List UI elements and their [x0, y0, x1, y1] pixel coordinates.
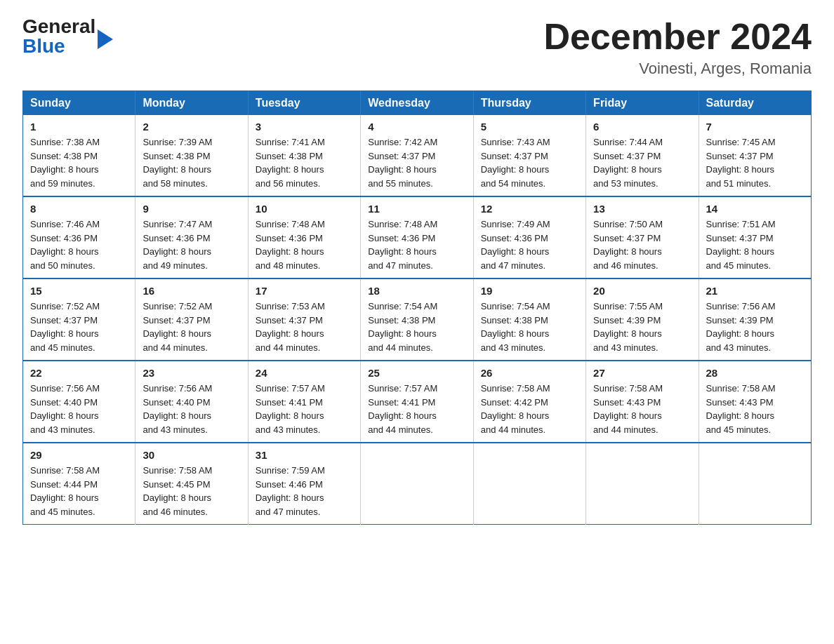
column-header-wednesday: Wednesday [361, 91, 473, 116]
day-number: 19 [481, 285, 578, 297]
calendar-cell: 31 Sunrise: 7:59 AM Sunset: 4:46 PM Dayl… [248, 443, 360, 525]
sunrise-label: Sunrise: 7:48 AM [368, 219, 437, 229]
sunrise-label: Sunrise: 7:38 AM [30, 137, 100, 147]
calendar-cell [586, 443, 699, 525]
calendar-cell: 13 Sunrise: 7:50 AM Sunset: 4:37 PM Dayl… [586, 196, 699, 279]
sunrise-label: Sunrise: 7:54 AM [481, 301, 550, 311]
sunset-label: Sunset: 4:42 PM [481, 397, 548, 408]
day-info: Sunrise: 7:41 AM Sunset: 4:38 PM Dayligh… [256, 135, 353, 190]
calendar-cell: 25 Sunrise: 7:57 AM Sunset: 4:41 PM Dayl… [361, 361, 473, 443]
day-info: Sunrise: 7:48 AM Sunset: 4:36 PM Dayligh… [256, 217, 353, 272]
day-number: 31 [256, 449, 353, 461]
sunrise-label: Sunrise: 7:47 AM [143, 219, 212, 229]
title-block: December 2024 Voinesti, Arges, Romania [543, 17, 812, 78]
day-number: 1 [30, 121, 128, 133]
day-number: 21 [706, 285, 804, 297]
calendar-cell: 19 Sunrise: 7:54 AM Sunset: 4:38 PM Dayl… [473, 279, 585, 361]
day-info: Sunrise: 7:39 AM Sunset: 4:38 PM Dayligh… [143, 135, 240, 190]
day-info: Sunrise: 7:59 AM Sunset: 4:46 PM Dayligh… [256, 464, 353, 518]
calendar-cell: 2 Sunrise: 7:39 AM Sunset: 4:38 PM Dayli… [135, 115, 248, 196]
daylight-label: Daylight: 8 hours [706, 410, 775, 421]
sunset-label: Sunset: 4:37 PM [593, 233, 661, 243]
day-number: 25 [368, 367, 465, 379]
sunrise-label: Sunrise: 7:56 AM [143, 383, 212, 394]
calendar-cell: 4 Sunrise: 7:42 AM Sunset: 4:37 PM Dayli… [361, 115, 473, 196]
sunset-label: Sunset: 4:40 PM [143, 397, 210, 408]
sunset-label: Sunset: 4:44 PM [30, 479, 98, 490]
sunset-label: Sunset: 4:38 PM [368, 315, 435, 326]
sunrise-label: Sunrise: 7:42 AM [368, 137, 437, 147]
calendar-cell: 24 Sunrise: 7:57 AM Sunset: 4:41 PM Dayl… [248, 361, 360, 443]
calendar-week-1: 1 Sunrise: 7:38 AM Sunset: 4:38 PM Dayli… [23, 115, 812, 196]
sunrise-label: Sunrise: 7:53 AM [256, 301, 325, 311]
calendar-cell: 9 Sunrise: 7:47 AM Sunset: 4:36 PM Dayli… [135, 196, 248, 279]
calendar-cell [699, 443, 811, 525]
day-number: 18 [368, 285, 465, 297]
daylight-label: Daylight: 8 hours [481, 164, 550, 175]
day-number: 17 [256, 285, 353, 297]
day-number: 9 [143, 203, 240, 215]
calendar-title: December 2024 [543, 17, 812, 57]
sunset-label: Sunset: 4:43 PM [593, 397, 661, 408]
logo: General Blue [22, 17, 113, 56]
logo-general: General [22, 17, 95, 36]
column-header-saturday: Saturday [699, 91, 811, 116]
day-info: Sunrise: 7:51 AM Sunset: 4:37 PM Dayligh… [706, 217, 804, 272]
sunset-label: Sunset: 4:43 PM [706, 397, 774, 408]
day-number: 11 [368, 203, 465, 215]
daylight-minutes: and 43 minutes. [481, 342, 546, 353]
calendar-cell: 16 Sunrise: 7:52 AM Sunset: 4:37 PM Dayl… [135, 279, 248, 361]
calendar-cell: 23 Sunrise: 7:56 AM Sunset: 4:40 PM Dayl… [135, 361, 248, 443]
calendar-week-5: 29 Sunrise: 7:58 AM Sunset: 4:44 PM Dayl… [23, 443, 812, 525]
calendar-cell: 6 Sunrise: 7:44 AM Sunset: 4:37 PM Dayli… [586, 115, 699, 196]
daylight-minutes: and 45 minutes. [30, 507, 95, 517]
daylight-minutes: and 51 minutes. [706, 178, 772, 189]
day-number: 28 [706, 367, 804, 379]
sunrise-label: Sunrise: 7:49 AM [481, 219, 550, 229]
calendar-cell: 7 Sunrise: 7:45 AM Sunset: 4:37 PM Dayli… [699, 115, 811, 196]
calendar-cell: 21 Sunrise: 7:56 AM Sunset: 4:39 PM Dayl… [699, 279, 811, 361]
calendar-week-4: 22 Sunrise: 7:56 AM Sunset: 4:40 PM Dayl… [23, 361, 812, 443]
daylight-minutes: and 44 minutes. [593, 424, 658, 435]
day-info: Sunrise: 7:52 AM Sunset: 4:37 PM Dayligh… [143, 300, 240, 354]
day-number: 26 [481, 367, 578, 379]
daylight-label: Daylight: 8 hours [143, 164, 211, 175]
daylight-minutes: and 55 minutes. [368, 178, 433, 189]
day-info: Sunrise: 7:43 AM Sunset: 4:37 PM Dayligh… [481, 135, 578, 190]
sunset-label: Sunset: 4:38 PM [143, 151, 210, 161]
daylight-minutes: and 45 minutes. [30, 342, 95, 353]
sunrise-label: Sunrise: 7:58 AM [481, 383, 550, 394]
daylight-minutes: and 47 minutes. [256, 507, 321, 517]
daylight-minutes: and 54 minutes. [481, 178, 546, 189]
daylight-label: Daylight: 8 hours [256, 410, 324, 421]
calendar-cell: 1 Sunrise: 7:38 AM Sunset: 4:38 PM Dayli… [23, 115, 135, 196]
logo-triangle-icon [98, 29, 113, 49]
sunset-label: Sunset: 4:36 PM [143, 233, 210, 243]
daylight-label: Daylight: 8 hours [368, 410, 437, 421]
day-info: Sunrise: 7:46 AM Sunset: 4:36 PM Dayligh… [30, 217, 128, 272]
sunset-label: Sunset: 4:40 PM [30, 397, 98, 408]
daylight-minutes: and 56 minutes. [256, 178, 321, 189]
daylight-minutes: and 43 minutes. [143, 424, 208, 435]
page-header: General Blue December 2024 Voinesti, Arg… [22, 17, 812, 78]
sunset-label: Sunset: 4:41 PM [368, 397, 435, 408]
sunset-label: Sunset: 4:37 PM [706, 233, 774, 243]
sunrise-label: Sunrise: 7:56 AM [706, 301, 776, 311]
sunrise-label: Sunrise: 7:41 AM [256, 137, 325, 147]
daylight-label: Daylight: 8 hours [256, 246, 324, 257]
daylight-minutes: and 47 minutes. [368, 260, 433, 271]
day-info: Sunrise: 7:56 AM Sunset: 4:40 PM Dayligh… [143, 382, 240, 436]
sunrise-label: Sunrise: 7:59 AM [256, 465, 325, 476]
daylight-minutes: and 58 minutes. [143, 178, 208, 189]
calendar-cell: 10 Sunrise: 7:48 AM Sunset: 4:36 PM Dayl… [248, 196, 360, 279]
day-number: 6 [593, 121, 691, 133]
sunrise-label: Sunrise: 7:55 AM [593, 301, 663, 311]
daylight-label: Daylight: 8 hours [481, 410, 550, 421]
daylight-label: Daylight: 8 hours [30, 410, 99, 421]
sunset-label: Sunset: 4:45 PM [143, 479, 210, 490]
sunrise-label: Sunrise: 7:51 AM [706, 219, 776, 229]
calendar-cell: 20 Sunrise: 7:55 AM Sunset: 4:39 PM Dayl… [586, 279, 699, 361]
sunset-label: Sunset: 4:37 PM [256, 315, 323, 326]
daylight-minutes: and 43 minutes. [593, 342, 658, 353]
sunrise-label: Sunrise: 7:57 AM [256, 383, 325, 394]
